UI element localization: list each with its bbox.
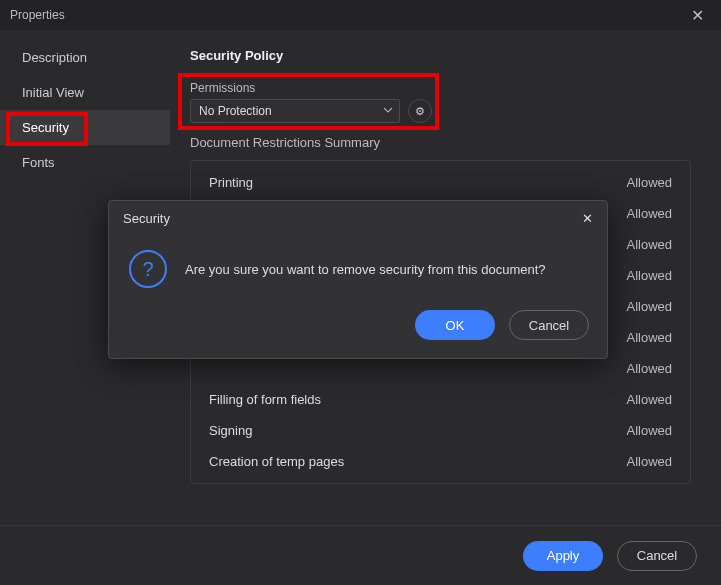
restriction-value: Allowed	[626, 392, 672, 407]
permissions-label: Permissions	[190, 81, 691, 95]
permissions-settings-button[interactable]: ⚙	[408, 99, 432, 123]
chevron-down-icon	[383, 104, 393, 118]
window-close-button[interactable]: ✕	[683, 1, 711, 29]
confirm-dialog: Security ✕ ? Are you sure you want to re…	[108, 200, 608, 359]
dialog-close-button[interactable]: ✕	[582, 211, 593, 226]
restriction-value: Allowed	[626, 423, 672, 438]
restriction-label: Creation of temp pages	[209, 454, 344, 469]
restriction-label: Filling of form fields	[209, 392, 321, 407]
restriction-value: Allowed	[626, 268, 672, 283]
permissions-select[interactable]: No Protection	[190, 99, 400, 123]
restriction-value: Allowed	[626, 206, 672, 221]
gear-icon: ⚙	[415, 105, 425, 118]
restriction-value: Allowed	[626, 361, 672, 376]
dialog-cancel-button[interactable]: Cancel	[509, 310, 589, 340]
footer: Apply Cancel	[0, 525, 721, 585]
restrictions-header: Document Restrictions Summary	[190, 135, 691, 150]
apply-button[interactable]: Apply	[523, 541, 603, 571]
section-title: Security Policy	[190, 48, 691, 63]
question-icon: ?	[129, 250, 167, 288]
close-icon: ✕	[582, 211, 593, 226]
restriction-row: PrintingAllowed	[191, 167, 690, 198]
dialog-title: Security	[123, 211, 170, 226]
restriction-label: Signing	[209, 423, 252, 438]
restriction-value: Allowed	[626, 330, 672, 345]
cancel-button[interactable]: Cancel	[617, 541, 697, 571]
restriction-value: Allowed	[626, 237, 672, 252]
restriction-value: Allowed	[626, 299, 672, 314]
sidebar-item-initial-view[interactable]: Initial View	[0, 75, 170, 110]
restriction-row: Filling of form fieldsAllowed	[191, 384, 690, 415]
restriction-label: Printing	[209, 175, 253, 190]
window-title: Properties	[10, 8, 65, 22]
permissions-select-value: No Protection	[199, 104, 272, 118]
restriction-row: SigningAllowed	[191, 415, 690, 446]
restriction-value: Allowed	[626, 454, 672, 469]
dialog-message: Are you sure you want to remove security…	[185, 262, 546, 277]
close-icon: ✕	[691, 6, 704, 25]
restriction-row: Creation of temp pagesAllowed	[191, 446, 690, 477]
sidebar-item-fonts[interactable]: Fonts	[0, 145, 170, 180]
restriction-value: Allowed	[626, 175, 672, 190]
sidebar-item-description[interactable]: Description	[0, 40, 170, 75]
dialog-ok-button[interactable]: OK	[415, 310, 495, 340]
sidebar-item-security[interactable]: Security	[0, 110, 170, 145]
